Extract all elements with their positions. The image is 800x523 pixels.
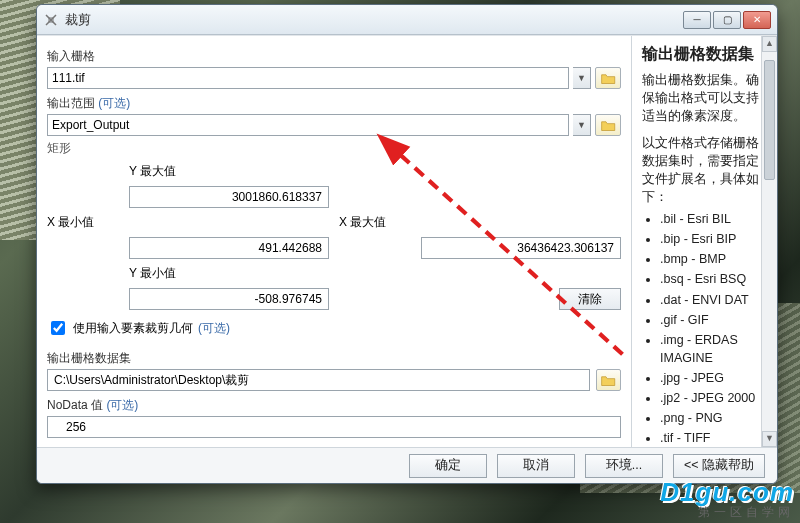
browse-input-raster-button[interactable] <box>595 67 621 89</box>
help-panel: 输出栅格数据集 输出栅格数据集。确保输出格式可以支持适当的像素深度。 以文件格式… <box>631 36 777 447</box>
help-format-item: .img - ERDAS IMAGINE <box>660 331 767 367</box>
help-format-item: .jp2 - JPEG 2000 <box>660 389 767 407</box>
watermark: D1gu.com 第一区自学网 <box>660 477 794 521</box>
label-xmin: X 最小值 <box>47 214 119 231</box>
keep-extent-checkbox[interactable]: 保持裁剪范围 (可选) <box>47 444 621 447</box>
minimize-button[interactable]: ─ <box>683 11 711 29</box>
clear-button[interactable]: 清除 <box>559 288 621 310</box>
help-format-item: .gif - GIF <box>660 311 767 329</box>
app-icon <box>43 12 59 28</box>
input-raster-dropdown[interactable]: ▼ <box>573 67 591 89</box>
label-xmax: X 最大值 <box>339 214 411 231</box>
use-input-geom-checkbox[interactable]: 使用输入要素裁剪几何 (可选) <box>47 318 621 338</box>
window-title: 裁剪 <box>65 11 91 29</box>
export-scope-field[interactable] <box>47 114 569 136</box>
help-format-item: .bil - Esri BIL <box>660 210 767 228</box>
label-rect: 矩形 <box>47 140 621 157</box>
help-p1: 输出栅格数据集。确保输出格式可以支持适当的像素深度。 <box>642 71 767 125</box>
titlebar[interactable]: 裁剪 ─ ▢ ✕ <box>37 5 777 35</box>
vscrollbar[interactable]: ▲ ▼ <box>761 36 777 447</box>
ok-button[interactable]: 确定 <box>409 454 487 478</box>
vscroll-up-icon[interactable]: ▲ <box>762 36 777 52</box>
form-panel: 输入栅格 ▼ 输出范围 (可选) ▼ <box>37 36 631 447</box>
label-input-raster: 输入栅格 <box>47 48 621 65</box>
help-format-list: .bil - Esri BIL.bip - Esri BIP.bmp - BMP… <box>642 210 767 447</box>
maximize-button[interactable]: ▢ <box>713 11 741 29</box>
help-format-item: .bmp - BMP <box>660 250 767 268</box>
help-format-item: .bip - Esri BIP <box>660 230 767 248</box>
vscroll-down-icon[interactable]: ▼ <box>762 431 777 447</box>
label-nodata: NoData 值 (可选) <box>47 397 621 414</box>
use-input-geom-input[interactable] <box>51 321 65 335</box>
ymax-input[interactable] <box>129 186 329 208</box>
help-title: 输出栅格数据集 <box>642 42 767 65</box>
help-format-item: .tif - TIFF <box>660 429 767 447</box>
clip-dialog: 裁剪 ─ ▢ ✕ 输入栅格 ▼ 输出范围 (可选) <box>36 4 778 484</box>
cancel-button[interactable]: 取消 <box>497 454 575 478</box>
browse-export-scope-button[interactable] <box>595 114 621 136</box>
label-out-dataset: 输出栅格数据集 <box>47 350 621 367</box>
label-ymin: Y 最小值 <box>129 265 329 282</box>
extent-grid: Y 最大值 X 最小值 X 最大值 Y 最小值 清除 <box>47 163 621 310</box>
vscroll-thumb[interactable] <box>764 60 775 180</box>
help-format-item: .jpg - JPEG <box>660 369 767 387</box>
help-format-item: .bsq - Esri BSQ <box>660 270 767 288</box>
xmin-input[interactable] <box>129 237 329 259</box>
out-dataset-input[interactable] <box>47 369 590 391</box>
browse-out-dataset-button[interactable] <box>596 369 621 391</box>
ymin-input[interactable] <box>129 288 329 310</box>
help-p2: 以文件格式存储栅格数据集时，需要指定文件扩展名，具体如下： <box>642 134 767 207</box>
xmax-input[interactable] <box>421 237 621 259</box>
help-format-item: .dat - ENVI DAT <box>660 291 767 309</box>
close-button[interactable]: ✕ <box>743 11 771 29</box>
hide-help-button[interactable]: << 隐藏帮助 <box>673 454 765 478</box>
nodata-input[interactable] <box>47 416 621 438</box>
export-scope-dropdown[interactable]: ▼ <box>573 114 591 136</box>
environments-button[interactable]: 环境... <box>585 454 663 478</box>
input-raster-field[interactable] <box>47 67 569 89</box>
label-ymax: Y 最大值 <box>129 163 329 180</box>
label-export-scope: 输出范围 (可选) <box>47 95 621 112</box>
help-format-item: .png - PNG <box>660 409 767 427</box>
